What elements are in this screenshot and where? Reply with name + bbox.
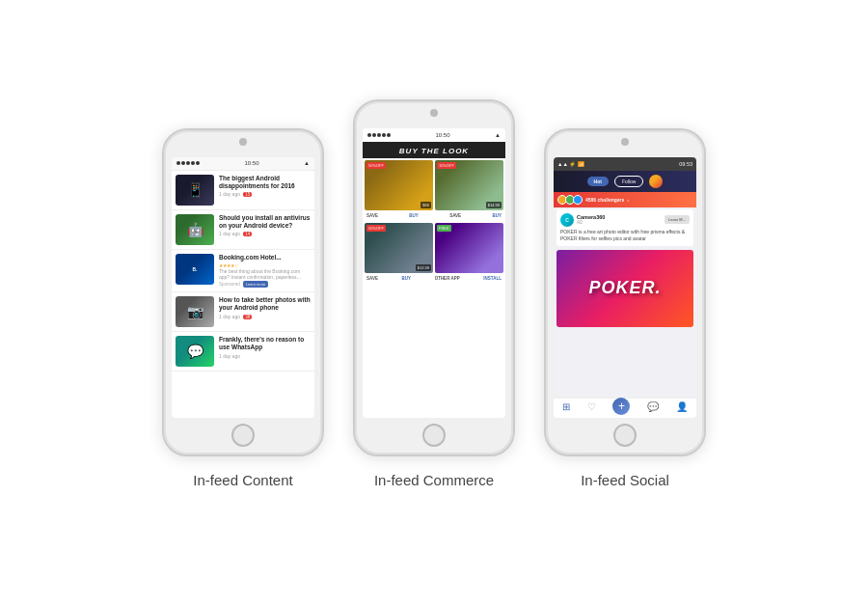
social-status-bar: ▲▲ ⚡ 📶 09:53 [554, 157, 696, 171]
ad-logo: C [560, 213, 574, 227]
nav-activity-icon[interactable]: ♡ [587, 401, 596, 415]
nav-discover-icon[interactable]: ⊞ [562, 401, 570, 415]
product-grid-top: 50%OFF $66 10%OFF $14.99 [363, 158, 505, 212]
challengers-row[interactable]: 4586 challengers › [554, 192, 696, 207]
other-app-btn[interactable]: OTHER APP [435, 276, 460, 281]
save-btn-2[interactable]: SAVE [449, 213, 461, 218]
product-tag-4: FREE [437, 225, 451, 232]
social-screen: ▲▲ ⚡ 📶 09:53 Hot Follow [554, 157, 696, 418]
buy-btn-2[interactable]: BUY [492, 213, 502, 218]
phone-content: 10:50 ▲ 📱 The biggest Android disappoint… [162, 128, 324, 456]
phone-label-social: In-feed Social [581, 472, 669, 488]
social-time: 09:53 [679, 161, 692, 167]
phone-label-content: In-feed Content [193, 472, 292, 488]
learn-more-btn[interactable]: Learn more [243, 281, 268, 288]
commerce-header: BUY THE LOOK [363, 142, 505, 158]
phone-section-social: ▲▲ ⚡ 📶 09:53 Hot Follow [544, 128, 706, 488]
product-card-2[interactable]: 10%OFF $14.99 [435, 160, 503, 210]
poker-text: POKER. [588, 278, 661, 298]
status-bar-1: 10:50 ▲ [172, 157, 314, 171]
feed-item-2[interactable]: 🤖 Should you install an antivirus on you… [172, 210, 314, 250]
product-card-3[interactable]: 50%OFF $13.99 [365, 223, 433, 273]
feed-meta-1: 1 day ago 15 [219, 191, 311, 197]
product-price-3: $13.99 [416, 264, 431, 271]
challenger-avatar-3 [573, 195, 583, 205]
home-button-2[interactable] [422, 424, 446, 447]
feed-meta-2: 1 day ago 14 [219, 231, 311, 236]
feed-title-camera: How to take better photos with your Andr… [219, 296, 311, 313]
product-card-4[interactable]: FREE [435, 223, 503, 273]
signal-dots [176, 161, 200, 165]
home-button-3[interactable] [613, 424, 637, 447]
feed-badge-2: 14 [243, 232, 252, 236]
signal-icons: ▲▲ ⚡ 📶 [557, 161, 584, 167]
social-avatar-top [649, 175, 663, 188]
feed-item-camera[interactable]: 📷 How to take better photos with your An… [172, 292, 314, 332]
feed-thumb-2: 🤖 [176, 214, 214, 245]
ad-description: POKER is a free art photo editor with fr… [560, 229, 690, 242]
feed-thumb-1: 📱 [176, 175, 214, 206]
ad-card: C Camera360 AD Learn M... POKER is a fre… [556, 209, 693, 246]
wifi-icon-2: ▲ [495, 132, 501, 138]
feed-badge-1: 15 [243, 192, 252, 197]
phone-label-commerce: In-feed Commerce [374, 472, 494, 488]
product-actions-bottom: SAVE BUY OTHER APP INSTALL [363, 275, 505, 282]
content-feed: 📱 The biggest Android disappointments fo… [172, 171, 314, 372]
product-tag-2: 10%OFF [437, 162, 456, 169]
feed-title-whatsapp: Frankly, there's no reason to use WhatsA… [219, 336, 311, 352]
status-time-2: 10:50 [436, 132, 450, 138]
wifi-icon: ▲ [304, 160, 310, 166]
product-tag-3: 50%OFF [366, 225, 386, 232]
phone-screen-social: ▲▲ ⚡ 📶 09:53 Hot Follow [554, 157, 696, 418]
feed-item-1[interactable]: 📱 The biggest Android disappointments fo… [172, 171, 314, 210]
product-tag-1: 50%OFF [366, 162, 386, 169]
feed-title-1: The biggest Android disappointments for … [219, 175, 311, 191]
main-container: 10:50 ▲ 📱 The biggest Android disappoint… [162, 99, 706, 508]
poker-banner[interactable]: POKER. [556, 250, 693, 327]
product-actions-top: SAVE BUY SAVE BUY [363, 212, 505, 219]
save-btn-3[interactable]: SAVE [366, 276, 378, 281]
commerce-status-bar: 10:50 ▲ [363, 128, 505, 142]
feed-item-whatsapp[interactable]: 💬 Frankly, there's no reason to use What… [172, 332, 314, 372]
feed-thumb-camera: 📷 [176, 296, 214, 327]
challengers-count: 4586 challengers [585, 197, 624, 203]
phone-commerce: 10:50 ▲ BUY THE LOOK 50%OFF $66 10%OFF $… [353, 99, 515, 456]
buy-btn-3[interactable]: BUY [402, 276, 412, 281]
feed-badge-camera: 38 [243, 315, 252, 319]
follow-button[interactable]: Follow [614, 176, 643, 187]
phone-section-commerce: 10:50 ▲ BUY THE LOOK 50%OFF $66 10%OFF $… [353, 99, 515, 488]
feed-title-2: Should you install an antivirus on your … [219, 214, 311, 231]
product-card-1[interactable]: 50%OFF $66 [365, 160, 433, 210]
home-button-1[interactable] [231, 424, 255, 447]
phone-social: ▲▲ ⚡ 📶 09:53 Hot Follow [544, 128, 706, 456]
social-nav-bar: ⊞ ♡ + 💬 👤 [554, 398, 696, 418]
phone-screen-commerce: 10:50 ▲ BUY THE LOOK 50%OFF $66 10%OFF $… [363, 128, 505, 418]
ad-label: AD [577, 220, 662, 225]
product-price-1: $66 [420, 202, 431, 208]
product-price-2: $14.99 [486, 202, 502, 208]
feed-item-booking[interactable]: B. Booking.com Hotel... ★★★★☆ The best t… [172, 250, 314, 292]
learn-more-ad-btn[interactable]: Learn M... [665, 215, 690, 224]
product-grid-bottom: 50%OFF $13.99 FREE [363, 221, 505, 275]
feed-thumb-whatsapp: 💬 [176, 336, 214, 367]
feed-meta-whatsapp: 1 day ago [219, 353, 311, 359]
feed-meta-booking: The best thing about the Booking.com app… [219, 268, 311, 280]
phone-section-content: 10:50 ▲ 📱 The biggest Android disappoint… [162, 128, 324, 488]
nav-profile-icon[interactable]: 👤 [676, 401, 688, 415]
status-time-1: 10:50 [245, 160, 259, 166]
nav-add-button[interactable]: + [612, 398, 630, 415]
sponsored-label: Sponsored [219, 282, 240, 287]
phone-screen-content: 10:50 ▲ 📱 The biggest Android disappoint… [172, 157, 314, 418]
feed-title-booking: Booking.com Hotel... [219, 254, 311, 262]
buy-btn-1[interactable]: BUY [409, 213, 419, 218]
hot-button[interactable]: Hot [587, 177, 609, 186]
feed-meta-camera: 1 day ago 38 [219, 314, 311, 319]
nav-chat-icon[interactable]: 💬 [647, 401, 659, 415]
save-btn-1[interactable]: SAVE [366, 213, 378, 218]
install-btn[interactable]: INSTALL [483, 276, 502, 281]
feed-thumb-booking: B. [176, 254, 214, 285]
social-top-banner: Hot Follow [554, 171, 696, 192]
challengers-arrow-icon: › [627, 197, 629, 203]
